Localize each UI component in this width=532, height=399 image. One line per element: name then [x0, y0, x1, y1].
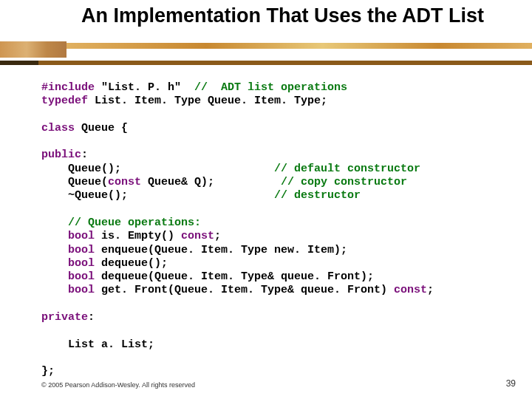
code-text: ; — [214, 230, 221, 242]
copyright-footer: © 2005 Pearson Addison-Wesley. All right… — [41, 381, 195, 389]
kw-bool: bool — [41, 284, 95, 296]
code-text: is. Empty() — [95, 230, 181, 242]
code-text: ~Queue(); — [41, 189, 274, 202]
comment: // default constructor — [274, 163, 420, 175]
kw-bool: bool — [41, 257, 95, 270]
comment: // ADT list operations — [194, 81, 347, 94]
code-text: Queue { — [75, 122, 128, 134]
page-number: 39 — [506, 378, 516, 389]
kw-const: const — [181, 230, 214, 242]
code-text: : — [88, 311, 95, 324]
kw-bool: bool — [41, 230, 95, 242]
code-text: }; — [41, 365, 55, 378]
code-block: #include "List. P. h" // ADT list operat… — [41, 81, 502, 379]
code-text: get. Front(Queue. Item. Type& queue. Fro… — [95, 284, 394, 296]
code-text: Queue( — [41, 176, 108, 188]
comment: // destructor — [274, 189, 361, 202]
kw-class: class — [41, 122, 75, 134]
code-text: List. Item. Type Queue. Item. Type; — [88, 95, 327, 107]
code-text: Queue(); — [41, 163, 274, 175]
code-text: dequeue(); — [95, 257, 168, 270]
code-text: Queue& Q); — [141, 176, 281, 188]
code-text: enqueue(Queue. Item. Type new. Item); — [95, 244, 347, 256]
kw-typedef: typedef — [41, 95, 88, 107]
code-text: : — [81, 149, 88, 161]
code-text: ; — [427, 284, 434, 296]
code-text: "List. P. h" — [95, 81, 194, 94]
header-gradient-bar — [66, 43, 532, 49]
header-image — [0, 41, 66, 58]
kw-include: #include — [41, 81, 95, 94]
comment: // Queue operations: — [68, 216, 201, 229]
slide-title: An Implementation That Uses the ADT List — [81, 4, 510, 28]
kw-const: const — [394, 284, 427, 296]
kw-const: const — [108, 176, 141, 188]
kw-private: private — [41, 311, 88, 324]
header-divider — [0, 61, 532, 65]
header-decoration — [0, 41, 532, 58]
kw-public: public — [41, 149, 81, 161]
kw-bool: bool — [41, 244, 95, 256]
code-text: dequeue(Queue. Item. Type& queue. Front)… — [95, 270, 374, 283]
code-text — [41, 216, 68, 229]
comment: // copy constructor — [281, 176, 407, 188]
kw-bool: bool — [41, 270, 95, 283]
code-text: List a. List; — [41, 338, 154, 351]
